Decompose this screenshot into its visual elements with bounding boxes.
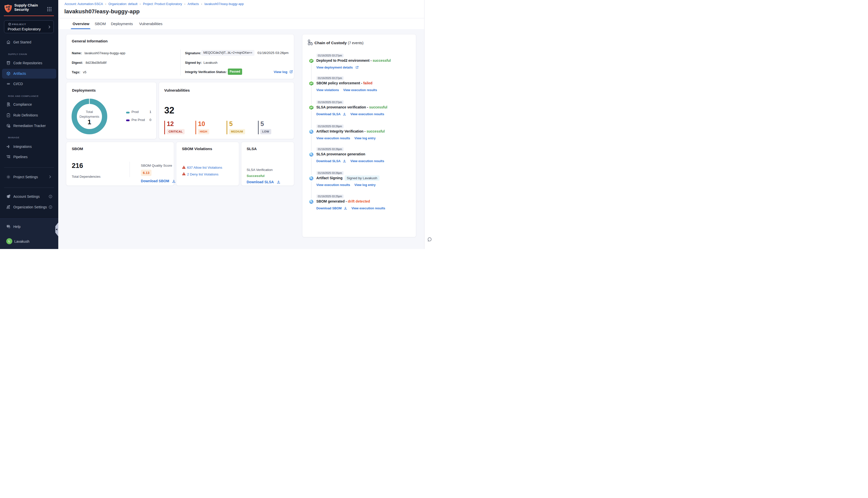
svg-text:?: ? bbox=[8, 225, 9, 227]
